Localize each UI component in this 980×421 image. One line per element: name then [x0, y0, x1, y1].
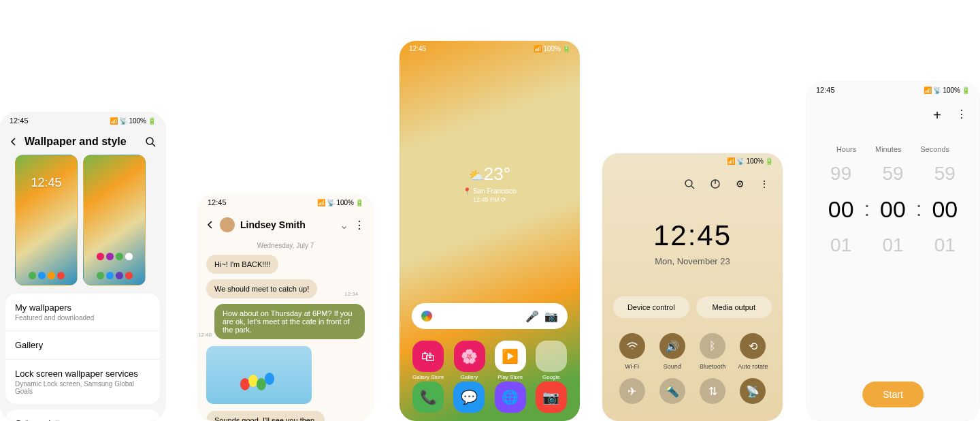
status-indicators: 📶 100%🔋	[534, 45, 570, 52]
status-time: 12:45	[409, 45, 426, 52]
settings-list: My wallpapersFeatured and downloaded Gal…	[5, 294, 160, 404]
google-icon	[421, 311, 432, 322]
hours-label: Hours	[836, 145, 856, 153]
clock-date: Mon, November 23	[602, 256, 783, 266]
app-row: 🛍Galaxy Store 🌸Gallery ▶️Play Store Goog…	[399, 341, 580, 380]
seconds-wheel[interactable]: 59 00 01	[921, 157, 968, 262]
toggle-wifi[interactable]: Wi-Fi	[616, 333, 648, 370]
list-item-gallery[interactable]: Gallery	[5, 331, 160, 360]
time-labels: Hours Minutes Seconds	[806, 133, 979, 153]
app-phone[interactable]: 📞	[412, 381, 444, 413]
lockscreen-preview[interactable]: 12:45	[15, 155, 78, 285]
status-bar: 📶 📡 100%🔋	[602, 153, 783, 169]
toggle-rss[interactable]: 📡	[737, 378, 769, 404]
status-time: 12:45	[208, 198, 227, 206]
status-bar: 12:45 📶 📡 100%🔋	[0, 112, 165, 129]
settings-list-2: Color palette	[5, 409, 160, 421]
seconds-label: Seconds	[920, 145, 949, 153]
back-icon[interactable]	[206, 221, 214, 229]
lens-icon[interactable]: 📷	[544, 310, 558, 323]
app-galaxy-store[interactable]: 🛍Galaxy Store	[412, 341, 444, 380]
status-bar: 12:45 📶 📡 100%🔋	[806, 82, 979, 98]
preview-time: 12:45	[16, 176, 77, 190]
app-gallery[interactable]: 🌸Gallery	[454, 341, 485, 380]
status-indicators: 📶 📡 100%🔋	[924, 87, 970, 94]
time-picker[interactable]: 99 00 01 : 59 00 01 : 59 00 01	[806, 153, 979, 266]
homescreen-preview[interactable]	[83, 155, 146, 285]
message-bubble-out[interactable]: How about on Thursday at 6PM? If you are…	[214, 304, 365, 339]
message-bubble-in[interactable]: Sounds good. I'll see you then.	[206, 411, 325, 421]
start-button[interactable]: Start	[862, 381, 924, 407]
app-play-store[interactable]: ▶️Play Store	[495, 341, 526, 380]
toggle-bluetooth[interactable]: ᛒBluetooth	[697, 333, 729, 370]
time-detail: 12:45 PM ⟳	[399, 196, 580, 203]
device-control-button[interactable]: Device control	[613, 296, 689, 318]
toggle-sound[interactable]: 🔊Sound	[656, 333, 688, 370]
power-icon[interactable]	[710, 178, 721, 189]
svg-point-0	[146, 138, 153, 144]
quick-panel-screen: 📶 📡 100%🔋 ⚙ ⋮ 12:45 Mon, November 23 Dev…	[602, 153, 783, 421]
quick-settings-grid: Wi-Fi 🔊Sound ᛒBluetooth ⟲Auto rotate ✈ 🔦…	[602, 333, 783, 404]
date-header: Wednesday, July 7	[198, 239, 373, 252]
timer-screen: 12:45 📶 📡 100%🔋 + ⋮ Hours Minutes Second…	[806, 82, 979, 421]
gear-icon[interactable]: ⚙	[736, 178, 745, 189]
wallpaper-style-screen: 12:45 📶 📡 100%🔋 Wallpaper and style 12:4…	[0, 112, 165, 421]
media-output-button[interactable]: Media output	[696, 296, 772, 318]
toggle-data[interactable]: ⇅	[697, 378, 729, 404]
message-bubble-in[interactable]: We should meet to catch up!	[206, 279, 317, 298]
hours-wheel[interactable]: 99 00 01	[818, 157, 864, 262]
wallpaper-thumbnails: 12:45	[0, 155, 165, 285]
contact-name[interactable]: Lindsey Smith	[240, 219, 334, 230]
toggle-flashlight[interactable]: 🔦	[656, 378, 688, 404]
app-google-folder[interactable]: Google	[536, 341, 567, 380]
app-camera[interactable]: 📷	[536, 381, 567, 413]
home-screen: 12:45 📶 100%🔋 ⛅23° 📍 San Francisco 12:45…	[399, 41, 580, 421]
back-icon[interactable]	[10, 138, 18, 146]
app-messages[interactable]: 💬	[453, 381, 485, 413]
list-item-my-wallpapers[interactable]: My wallpapersFeatured and downloaded	[5, 294, 160, 331]
search-icon[interactable]	[145, 136, 156, 147]
status-time: 12:45	[816, 86, 835, 94]
status-indicators: 📶 📡 100%🔋	[110, 117, 156, 125]
clock-time: 12:45	[602, 219, 783, 252]
more-icon[interactable]: ⋮	[354, 219, 365, 232]
messages-screen: 12:45 📶 📡 100%🔋 Lindsey Smith ⌄ ⋮ Wednes…	[198, 194, 373, 421]
svg-point-1	[685, 180, 692, 187]
avatar[interactable]	[220, 217, 235, 232]
weather-widget[interactable]: ⛅23° 📍 San Francisco 12:45 PM ⟳	[399, 163, 580, 203]
search-icon[interactable]	[684, 178, 695, 189]
toggle-autorotate[interactable]: ⟲Auto rotate	[737, 333, 769, 370]
message-bubble-in[interactable]: Hi~! I'm BACK!!!!	[206, 255, 278, 274]
mic-icon[interactable]: 🎤	[525, 310, 539, 323]
search-bar[interactable]: 🎤 📷	[412, 303, 568, 329]
minutes-wheel[interactable]: 59 00 01	[870, 157, 916, 262]
dock: 📞 💬 🌐 📷	[399, 381, 580, 413]
status-indicators: 📶 📡 100%🔋	[317, 199, 363, 206]
chevron-down-icon[interactable]: ⌄	[340, 219, 348, 232]
status-bar: 12:45 📶 📡 100%🔋	[198, 194, 373, 210]
list-item-color-palette[interactable]: Color palette	[5, 409, 160, 421]
timestamp: 12:40	[198, 332, 212, 342]
add-icon[interactable]: +	[933, 108, 941, 123]
toggle-airplane[interactable]: ✈	[616, 378, 648, 404]
page-title: Wallpaper and style	[24, 136, 138, 148]
app-internet[interactable]: 🌐	[495, 381, 526, 413]
temperature: 23°	[484, 163, 510, 184]
status-bar: 12:45 📶 100%🔋	[399, 41, 580, 57]
minutes-label: Minutes	[875, 145, 902, 153]
status-indicators: 📶 📡 100%🔋	[727, 157, 773, 165]
list-item-lockscreen-services[interactable]: Lock screen wallpaper servicesDynamic Lo…	[5, 360, 160, 404]
location: 📍 San Francisco	[399, 187, 580, 195]
timestamp: 12:34	[344, 291, 358, 301]
image-attachment[interactable]	[206, 346, 312, 404]
status-time: 12:45	[10, 116, 29, 125]
more-icon[interactable]: ⋮	[760, 178, 769, 189]
more-icon[interactable]: ⋮	[956, 108, 967, 123]
